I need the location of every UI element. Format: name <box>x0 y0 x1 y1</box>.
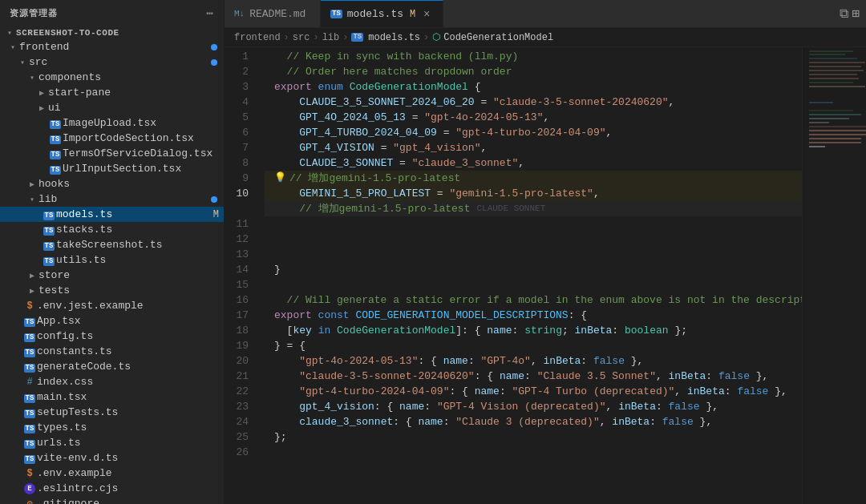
code-line-22: "gpt-4-turbo-2024-04-09": { name: "GPT-4… <box>265 384 802 399</box>
tree-termsofservice[interactable]: TS TermsOfServiceDialog.tsx <box>0 146 224 161</box>
breadcrumb-file[interactable]: models.ts <box>368 32 420 43</box>
tree-models-ts[interactable]: TS models.ts M <box>0 207 224 222</box>
tree-components[interactable]: ▾ components <box>0 70 224 85</box>
tree-gitignore[interactable]: ⚙ .gitignore <box>0 496 224 504</box>
minimap <box>802 47 866 504</box>
tree-app[interactable]: TS App.tsx <box>0 313 224 329</box>
readme-icon: M↓ <box>234 9 245 18</box>
editor-area: M↓ README.md TS models.ts M × ⧉ ⊞ fronte… <box>225 0 866 504</box>
tree-main[interactable]: TS main.tsx <box>0 389 224 405</box>
tab-modified-indicator: M <box>410 9 415 20</box>
svg-rect-21 <box>809 146 825 147</box>
code-line-11 <box>265 216 802 232</box>
tree-root[interactable]: ▾ SCREENSHOT-TO-CODE <box>0 26 224 39</box>
tree-hooks[interactable]: ▶ hooks <box>0 176 224 192</box>
split-editor-icon[interactable]: ⧉ <box>840 6 848 22</box>
code-line-5: GPT_4O_2024_05_13 = "gpt-4o-2024-05-13", <box>265 110 802 125</box>
breadcrumb-frontend[interactable]: frontend <box>234 32 281 43</box>
tree-importcodesection[interactable]: TS ImportCodeSection.tsx <box>0 131 224 146</box>
tree-frontend[interactable]: ▾ frontend <box>0 39 224 54</box>
file-tree: ▾ SCREENSHOT-TO-CODE ▾ frontend ▾ src ▾ … <box>0 26 224 504</box>
code-line-20: "gpt-4o-2024-05-13": { name: "GPT-4o", i… <box>265 353 802 369</box>
tab-readme-label: README.md <box>249 8 306 20</box>
code-line-1: // Keep in sync with backend (llm.py) <box>265 49 802 64</box>
line-numbers: 1 2 3 4 5 6 7 8 9 10 10 11 12 13 14 15 1… <box>225 47 265 504</box>
code-line-19: } = { <box>265 338 802 353</box>
svg-rect-22 <box>803 47 866 127</box>
code-line-24: claude_3_sonnet: { name: "Claude 3 (depr… <box>265 414 802 429</box>
tree-types[interactable]: TS types.ts <box>0 420 224 435</box>
code-content[interactable]: // Keep in sync with backend (llm.py) //… <box>265 47 802 504</box>
tree-urlinputsection[interactable]: TS UrlInputSection.tsx <box>0 161 224 176</box>
tree-takescreenshot[interactable]: TS takeScreenshot.ts <box>0 237 224 252</box>
svg-rect-20 <box>809 142 861 143</box>
code-line-26 <box>265 445 802 460</box>
tree-start-pane[interactable]: ▶ start-pane <box>0 85 224 100</box>
tab-close-button[interactable]: × <box>420 8 433 21</box>
breadcrumb-file-icon: TS <box>351 33 363 42</box>
tree-config[interactable]: TS config.ts <box>0 329 224 344</box>
lib-modified-dot <box>211 196 217 203</box>
src-modified-dot <box>211 59 217 66</box>
code-line-2: // Order here matches dropdown order <box>265 64 802 79</box>
tree-src[interactable]: ▾ src <box>0 54 224 70</box>
frontend-modified-dot <box>211 44 217 50</box>
models-modified-badge: M <box>213 209 219 220</box>
code-line-ghost: // 增加gemini-1.5-pro-latest CLAUDE SONNET <box>265 201 802 216</box>
code-line-12 <box>265 232 802 247</box>
tabs-bar: M↓ README.md TS models.ts M × ⧉ ⊞ <box>225 0 866 28</box>
code-line-14: } <box>265 262 802 277</box>
code-editor: 1 2 3 4 5 6 7 8 9 10 10 11 12 13 14 15 1… <box>225 47 866 504</box>
code-line-21: "claude-3-5-sonnet-20240620": { name: "C… <box>265 369 802 384</box>
warning-icon-9: 💡 <box>274 171 286 186</box>
code-line-9: 💡// 增加gemini-1.5-pro-latest <box>265 171 802 186</box>
code-line-15 <box>265 277 802 292</box>
code-line-4: CLAUDE_3_5_SONNET_2024_06_20 = "claude-3… <box>265 95 802 110</box>
tab-actions: ⧉ ⊞ <box>840 0 866 27</box>
tab-models-icon: TS <box>330 10 342 18</box>
svg-rect-17 <box>809 130 866 131</box>
breadcrumb: frontend › src › lib › TS models.ts › ⬡ … <box>225 28 866 47</box>
tree-utils[interactable]: TS utils.ts <box>0 252 224 268</box>
code-line-7: GPT_4_VISION = "gpt_4_vision", <box>265 140 802 155</box>
tree-setuptests[interactable]: TS setupTests.ts <box>0 405 224 420</box>
sidebar-header: 资源管理器 ⋯ <box>0 0 224 26</box>
tree-tests[interactable]: ▶ tests <box>0 283 224 298</box>
code-line-10: GEMINI_1_5_PRO_LATEST = "gemini-1.5-pro-… <box>265 186 802 201</box>
breadcrumb-symbol-icon: ⬡ <box>432 31 440 43</box>
code-line-16: // Will generate a static error if a mod… <box>265 292 802 308</box>
sidebar-title: 资源管理器 <box>10 7 59 19</box>
tab-models[interactable]: TS models.ts M × <box>321 0 443 27</box>
tree-urls[interactable]: TS urls.ts <box>0 435 224 450</box>
tree-imageupload[interactable]: TS ImageUpload.tsx <box>0 115 224 131</box>
breadcrumb-lib[interactable]: lib <box>322 32 340 43</box>
tree-ui[interactable]: ▶ ui <box>0 100 224 115</box>
sidebar-header-icons: ⋯ <box>206 6 214 20</box>
tab-readme[interactable]: M↓ README.md <box>225 0 321 27</box>
tab-models-label: models.ts <box>347 8 403 20</box>
svg-rect-19 <box>809 138 861 139</box>
code-line-8: CLAUDE_3_SONNET = "claude_3_sonnet", <box>265 155 802 171</box>
code-line-23: gpt_4_vision: { name: "GPT-4 Vision (dep… <box>265 399 802 414</box>
breadcrumb-src[interactable]: src <box>293 32 310 43</box>
breadcrumb-symbol[interactable]: CodeGenerationModel <box>443 32 553 43</box>
tree-vite-env[interactable]: TS vite-env.d.ts <box>0 450 224 466</box>
code-line-13 <box>265 247 802 262</box>
svg-rect-18 <box>809 134 866 135</box>
code-line-18: [key in CodeGenerationModel]: { name: st… <box>265 323 802 338</box>
code-line-17: export const CODE_GENERATION_MODEL_DESCR… <box>265 308 802 323</box>
sidebar: 资源管理器 ⋯ ▾ SCREENSHOT-TO-CODE ▾ frontend … <box>0 0 225 504</box>
tree-eslint[interactable]: E .eslintrc.cjs <box>0 481 224 496</box>
tree-generatecode[interactable]: TS generateCode.ts <box>0 359 224 374</box>
tree-lib[interactable]: ▾ lib <box>0 192 224 207</box>
tree-env-example[interactable]: $ .env.example <box>0 466 224 481</box>
code-line-3: export enum CodeGenerationModel { <box>265 79 802 95</box>
tree-index-css[interactable]: # index.css <box>0 374 224 389</box>
code-line-6: GPT_4_TURBO_2024_04_09 = "gpt-4-turbo-20… <box>265 125 802 140</box>
layout-icon[interactable]: ⊞ <box>852 6 860 22</box>
more-icon[interactable]: ⋯ <box>206 6 214 20</box>
tree-constants[interactable]: TS constants.ts <box>0 344 224 359</box>
tree-stacks[interactable]: TS stacks.ts <box>0 222 224 237</box>
tree-store[interactable]: ▶ store <box>0 268 224 283</box>
tree-env-jest[interactable]: $ .env.jest.example <box>0 298 224 313</box>
